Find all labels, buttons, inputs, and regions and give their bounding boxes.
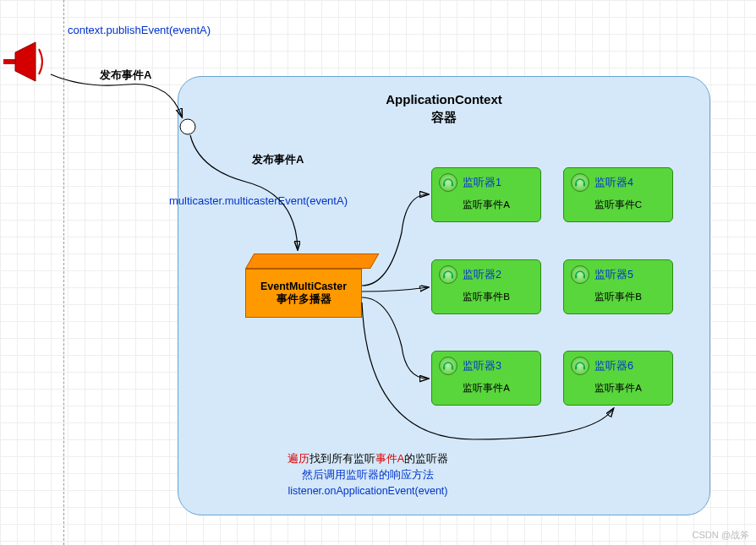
listener-name: 监听器2	[463, 268, 501, 282]
container-title-line1: ApplicationContext	[178, 90, 709, 108]
publish-label-1: 发布事件A	[100, 68, 151, 83]
caster-title: EventMultiCaster	[260, 281, 347, 292]
listener-box: 监听器4监听事件C	[563, 167, 673, 222]
svg-marker-0	[3, 59, 15, 64]
lifeline-divider	[63, 0, 64, 545]
svg-rect-2	[443, 183, 445, 187]
watermark: CSDN @战斧	[693, 529, 749, 542]
svg-rect-13	[583, 367, 585, 370]
listener-box: 监听器6监听事件A	[563, 351, 673, 406]
caster-subtitle: 事件多播器	[277, 292, 331, 307]
listener-name: 监听器5	[594, 268, 633, 282]
listener-box: 监听器3监听事件A	[431, 351, 541, 406]
svg-rect-12	[575, 367, 577, 370]
svg-rect-4	[575, 183, 577, 187]
publish-code: context.publishEvent(eventA)	[68, 24, 211, 36]
listener-name: 监听器3	[463, 359, 501, 373]
listener-name: 监听器1	[463, 176, 501, 190]
svg-rect-10	[443, 367, 445, 370]
listener-event: 监听事件A	[432, 382, 540, 395]
publish-label-2: 发布事件A	[252, 152, 304, 167]
headphone-icon	[439, 357, 457, 375]
listener-event: 监听事件A	[564, 382, 672, 395]
svg-rect-7	[452, 275, 453, 279]
container-title-line2: 容器	[178, 108, 709, 126]
listener-event: 监听事件C	[564, 199, 672, 211]
traversal-note: 遍历找到所有监听事件A的监听器 然后调用监听器的响应方法 listener.on…	[245, 451, 490, 499]
svg-rect-5	[583, 183, 585, 187]
listener-event: 监听事件A	[432, 199, 540, 211]
svg-marker-1	[15, 42, 36, 81]
listener-event: 监听事件B	[564, 291, 672, 303]
speaker-icon	[3, 41, 54, 83]
headphone-icon	[439, 173, 457, 192]
svg-rect-9	[583, 275, 585, 279]
listener-name: 监听器6	[594, 359, 633, 373]
listener-box: 监听器5监听事件B	[563, 259, 673, 314]
headphone-icon	[571, 173, 589, 192]
headphone-icon	[571, 265, 589, 284]
headphone-icon	[439, 265, 457, 284]
listener-name: 监听器4	[594, 176, 633, 190]
listener-box: 监听器2监听事件B	[431, 259, 541, 314]
multicaster-code: multicaster.multicasterEvent(eventA)	[169, 194, 348, 207]
listener-box: 监听器1监听事件A	[431, 167, 541, 222]
svg-rect-3	[452, 183, 453, 187]
headphone-icon	[571, 357, 589, 375]
svg-rect-8	[575, 275, 577, 279]
event-multicaster-box: EventMultiCaster 事件多播器	[237, 253, 362, 321]
container-title: ApplicationContext 容器	[178, 90, 709, 126]
listener-event: 监听事件B	[432, 291, 540, 303]
svg-rect-11	[452, 367, 453, 370]
svg-rect-6	[443, 275, 445, 279]
